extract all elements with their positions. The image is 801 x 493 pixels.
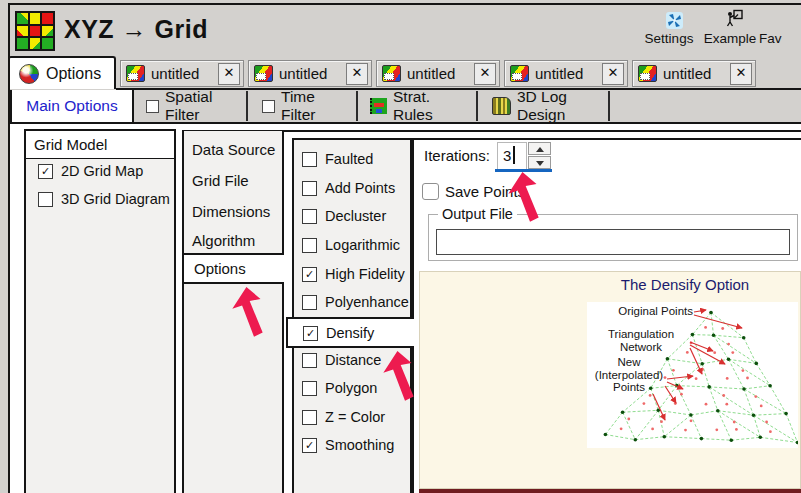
- option-high-fidelity[interactable]: ✓ High Fidelity: [302, 266, 405, 282]
- detail-panel-border-top: [412, 138, 801, 140]
- option-add-points[interactable]: Add Points: [302, 180, 395, 196]
- grid-model-panel: [24, 157, 176, 493]
- tab-options[interactable]: Options: [8, 56, 116, 89]
- tab-3d-log-design-label: 3D Log Design: [517, 88, 598, 124]
- favorites-button[interactable]: Fav: [759, 31, 801, 46]
- checkbox-label: Faulted: [325, 151, 373, 167]
- checkbox-label: Logarithmic: [325, 237, 400, 253]
- text-caret: [513, 146, 515, 164]
- detail-panel-border-left: [412, 138, 414, 317]
- strat-rules-icon: [370, 98, 387, 114]
- output-file-label: Output File: [438, 206, 517, 222]
- checkbox-box[interactable]: [302, 152, 317, 167]
- example-icon[interactable]: [725, 9, 743, 27]
- checkbox-box[interactable]: [302, 209, 317, 224]
- nav-item-algorithm[interactable]: Algorithm: [192, 232, 255, 249]
- output-file-input[interactable]: [436, 229, 790, 255]
- option-densify-selected[interactable]: ✓ Densify: [286, 317, 414, 348]
- iterations-stepper[interactable]: [528, 142, 551, 169]
- tab-untitled-4[interactable]: untitled ✕: [504, 60, 628, 87]
- tab-untitled-label: untitled: [663, 65, 711, 82]
- document-icon: [382, 65, 401, 82]
- spatial-filter-checkbox[interactable]: [146, 100, 159, 113]
- option-distance[interactable]: Distance: [302, 352, 381, 368]
- checkbox-label: Add Points: [325, 180, 395, 196]
- checkbox-box[interactable]: ✓: [38, 164, 53, 179]
- checkbox-box[interactable]: [38, 192, 53, 207]
- checkbox-box[interactable]: [302, 295, 317, 310]
- illustration-bottom-border: [419, 489, 801, 493]
- pointer-arrow-densify: [382, 351, 415, 407]
- time-filter-checkbox[interactable]: [262, 100, 275, 113]
- close-tab-button[interactable]: ✕: [346, 63, 368, 85]
- checkbox-box[interactable]: ✓: [303, 326, 318, 341]
- tab-strat-rules[interactable]: Strat. Rules: [360, 91, 478, 121]
- checkbox-label: 3D Grid Diagram: [61, 191, 170, 207]
- options-sphere-icon: [19, 64, 39, 84]
- page-top-border: [10, 122, 801, 124]
- tab-3d-log-design[interactable]: 3D Log Design: [482, 91, 610, 121]
- option-polygon[interactable]: Polygon: [302, 380, 377, 396]
- tab-main-options[interactable]: Main Options: [10, 90, 134, 122]
- document-icon: [638, 65, 657, 82]
- iterations-input[interactable]: 3: [497, 142, 527, 169]
- log-design-icon: [492, 97, 511, 115]
- nav-item-options-active[interactable]: Options: [182, 253, 284, 284]
- pointer-arrow-iterations: [507, 172, 540, 228]
- nav-item-grid-file[interactable]: Grid File: [192, 172, 249, 189]
- label-new-interpolated-points: New (Interpolated) Points: [587, 356, 671, 394]
- checkbox-box[interactable]: [302, 181, 317, 196]
- tab-untitled-3[interactable]: untitled ✕: [376, 60, 500, 87]
- checkbox-box[interactable]: [302, 381, 317, 396]
- tab-options-label: Options: [46, 65, 101, 83]
- save-points-checkbox[interactable]: [422, 183, 439, 200]
- checkbox-label: Distance: [325, 352, 381, 368]
- checkbox-box[interactable]: ✓: [302, 267, 317, 282]
- option-logarithmic[interactable]: Logarithmic: [302, 237, 400, 253]
- close-tab-button[interactable]: ✕: [218, 63, 240, 85]
- label-triangulation-network: Triangulation Network: [593, 328, 689, 353]
- document-icon: [126, 65, 145, 82]
- app-grid-icon: [15, 11, 55, 51]
- checkbox-box[interactable]: [302, 353, 317, 368]
- tab-spatial-filter-label: Spatial Filter: [165, 88, 236, 124]
- checkbox-label: Decluster: [325, 208, 386, 224]
- checkbox-3d-grid-diagram[interactable]: 3D Grid Diagram: [38, 191, 170, 207]
- close-tab-button[interactable]: ✕: [730, 63, 752, 85]
- checkbox-label: High Fidelity: [325, 266, 405, 282]
- document-icon: [254, 65, 273, 82]
- option-smoothing[interactable]: ✓ Smoothing: [302, 437, 394, 453]
- example-button[interactable]: Example: [700, 31, 760, 46]
- tab-untitled-5[interactable]: untitled ✕: [632, 60, 756, 87]
- close-tab-button[interactable]: ✕: [474, 63, 496, 85]
- option-densify[interactable]: ✓ Densify: [303, 325, 374, 341]
- settings-button[interactable]: Settings: [641, 31, 697, 46]
- tab-spatial-filter[interactable]: Spatial Filter: [136, 91, 248, 121]
- nav-item-data-source[interactable]: Data Source: [192, 141, 275, 158]
- option-polyenhance[interactable]: Polyenhance: [302, 294, 409, 310]
- settings-icon[interactable]: [666, 12, 683, 29]
- tab-time-filter[interactable]: Time Filter: [252, 91, 358, 121]
- tab-grid-model[interactable]: Grid Model: [24, 129, 176, 158]
- stepper-down-button[interactable]: [528, 156, 551, 169]
- tab-time-filter-label: Time Filter: [281, 88, 346, 124]
- stepper-up-button[interactable]: [528, 142, 551, 155]
- tab-untitled-label: untitled: [407, 65, 455, 82]
- tab-untitled-2[interactable]: untitled ✕: [248, 60, 372, 87]
- option-decluster[interactable]: Decluster: [302, 208, 386, 224]
- iterations-label: Iterations:: [424, 147, 490, 164]
- page-title: XYZ → Grid: [64, 15, 208, 44]
- checkbox-2d-grid-map[interactable]: ✓ 2D Grid Map: [38, 163, 143, 179]
- checkbox-label: Densify: [326, 325, 374, 341]
- down-arrow-icon: [536, 161, 544, 166]
- checkbox-box[interactable]: [302, 238, 317, 253]
- nav-item-dimensions[interactable]: Dimensions: [192, 203, 270, 220]
- checkbox-label: Polyenhance: [325, 294, 409, 310]
- tab-untitled-1[interactable]: untitled ✕: [120, 60, 244, 87]
- option-z-color[interactable]: Z = Color: [302, 409, 385, 425]
- option-faulted[interactable]: Faulted: [302, 151, 373, 167]
- close-tab-button[interactable]: ✕: [602, 63, 624, 85]
- checkbox-box[interactable]: ✓: [302, 438, 317, 453]
- tab-untitled-label: untitled: [535, 65, 583, 82]
- checkbox-box[interactable]: [302, 410, 317, 425]
